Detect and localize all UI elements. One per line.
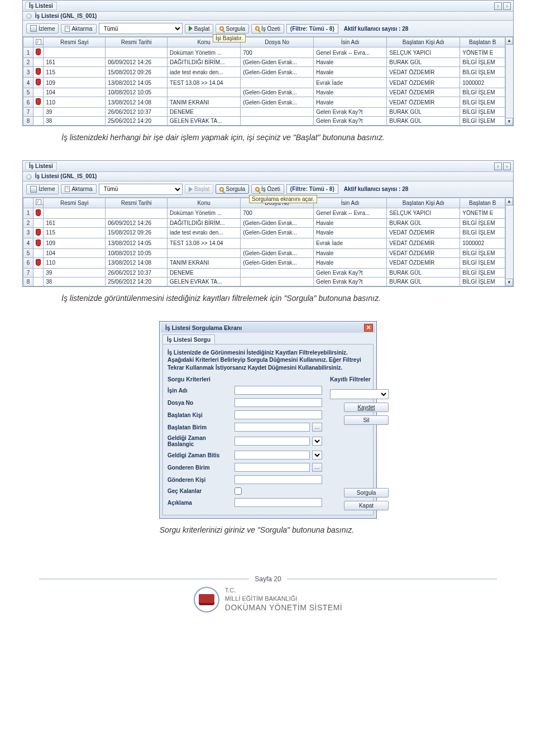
table-row[interactable]: 311515/08/2012 09:26iade test evrakı den… — [23, 67, 505, 78]
grid-cell: Genel Evrak -- Evra... — [314, 47, 387, 58]
pin-icon — [36, 209, 41, 216]
magnifier-icon — [219, 187, 224, 192]
footer-line1: T.C. — [225, 586, 342, 594]
scroll-track[interactable] — [506, 45, 513, 118]
grid-col-header[interactable]: Başlatan Kişi Adı — [387, 198, 460, 208]
dosya-no-input[interactable] — [234, 398, 322, 407]
table-row[interactable]: 410913/08/2012 14:05TEST 13.08 >> 14.04E… — [23, 238, 505, 248]
grid-cell — [241, 238, 314, 248]
baslat-button[interactable]: Başlat — [185, 24, 214, 34]
table-row[interactable]: 510410/08/2012 10:05(Gelen-Giden Evrak..… — [23, 88, 505, 97]
grid-cell: Doküman Yönetim ... — [168, 47, 241, 58]
geldigi-bitis-picker[interactable] — [312, 451, 322, 460]
table-row[interactable]: 410913/08/2012 14:05TEST 13.08 >> 14.04E… — [23, 78, 505, 88]
gec-kalanlar-checkbox[interactable] — [234, 487, 242, 495]
grid-cell: Gelen Evrak Kay?t — [314, 117, 387, 126]
aciklama-input[interactable] — [234, 498, 322, 507]
grid-col-header[interactable]: İsin Adı — [314, 37, 387, 47]
ozet-button[interactable]: İş Özeti — [251, 184, 284, 194]
dialog-tab[interactable]: İş Listesi Sorgu — [162, 334, 215, 344]
gonderen-birim-lookup-button[interactable]: … — [312, 463, 322, 472]
aktarma-button[interactable]: Aktarma — [61, 184, 96, 194]
baslatan-kisi-input[interactable] — [234, 410, 322, 419]
isin-adi-input[interactable] — [234, 386, 322, 395]
izleme-button[interactable]: İzleme — [26, 23, 59, 34]
aktarma-button[interactable]: Aktarma — [61, 24, 96, 34]
row-number: 8 — [23, 277, 34, 286]
grid-col-header[interactable] — [34, 198, 44, 208]
filter-info: (Filtre: Tümü - 8) — [286, 24, 338, 34]
grid-col-header[interactable]: Başlatan B — [460, 37, 505, 47]
geldigi-baslangic-input[interactable] — [234, 437, 310, 446]
vertical-scrollbar[interactable]: ▲ ▼ — [505, 37, 513, 126]
scroll-up-button[interactable]: ▲ — [506, 37, 513, 45]
nav-next-button[interactable]: › — [503, 2, 511, 10]
table-row[interactable]: 1Doküman Yönetim ...700Genel Evrak -- Ev… — [23, 47, 505, 58]
scroll-up-button[interactable]: ▲ — [506, 198, 513, 205]
table-row[interactable]: 216106/09/2012 14:26DAĞITILDIĞI BİRİM...… — [23, 58, 505, 67]
table-row[interactable]: 311515/08/2012 09:26iade test evrakı den… — [23, 227, 505, 238]
grid-col-header[interactable] — [23, 198, 34, 208]
grid-cell: 104 — [44, 248, 106, 257]
summary-icon — [255, 26, 260, 31]
grid-col-header[interactable]: Resmi Tarihi — [106, 198, 168, 208]
kapat-button[interactable]: Kapat — [344, 501, 389, 510]
ozet-button[interactable]: İş Özeti — [251, 24, 284, 34]
dialog-sorgula-button[interactable]: Sorgula — [344, 488, 389, 497]
scroll-down-button[interactable]: ▼ — [506, 118, 513, 126]
sil-button[interactable]: Sil — [344, 415, 389, 425]
grid-cell: 25/06/2012 14:20 — [106, 117, 168, 126]
grid-col-header[interactable]: Dosya No — [241, 37, 314, 47]
worklist-grid: Resmi SayiResmi TarihiKonuDosya Noİsin A… — [23, 198, 505, 286]
table-row[interactable]: 1Doküman Yönetim ...700Genel Evrak -- Ev… — [23, 208, 505, 218]
grid-col-header[interactable]: Resmi Tarihi — [106, 37, 168, 47]
grid-cell — [44, 47, 106, 58]
nav-prev-button[interactable]: ‹ — [494, 2, 502, 10]
grid-cell: 06/09/2012 14:26 — [106, 218, 168, 227]
izleme-button[interactable]: İzleme — [26, 184, 59, 194]
grid-col-header[interactable]: Başlatan B — [460, 198, 505, 208]
footer-line-right — [287, 578, 497, 580]
grid-host: Resmi SayiResmi TarihiKonuDosya Noİsin A… — [23, 198, 513, 286]
table-row[interactable]: 510410/08/2012 10:05(Gelen-Giden Evrak..… — [23, 248, 505, 257]
sorgula-button[interactable]: Sorgula — [216, 24, 248, 34]
grid-col-header[interactable] — [23, 37, 34, 47]
grid-cell: YÖNETİM E — [460, 47, 505, 58]
table-row[interactable]: 216106/09/2012 14:26DAĞITILDIĞI BİRİM...… — [23, 218, 505, 227]
geldigi-bitis-input[interactable] — [234, 451, 310, 460]
table-row[interactable]: 73926/06/2012 10:37DENEMEGelen Evrak Kay… — [23, 108, 505, 117]
geldigi-baslangic-picker[interactable] — [312, 437, 322, 446]
grid-cell: 13/08/2012 14:05 — [106, 78, 168, 88]
kaydet-button[interactable]: Kaydet — [344, 403, 389, 412]
table-row[interactable]: 83825/06/2012 14:20GELEN EVRAK TA...Gele… — [23, 277, 505, 286]
nav-next-button[interactable]: › — [503, 162, 511, 170]
saved-filter-select[interactable] — [330, 389, 389, 399]
filter-select[interactable]: Tümü — [99, 184, 183, 195]
baslatan-birim-input[interactable] — [234, 423, 310, 432]
vertical-scrollbar[interactable]: ▲ ▼ — [505, 198, 513, 286]
grid-col-header[interactable] — [34, 37, 44, 47]
caption-3: Sorgu kriterlerinizi giriniz ve "Sorgula… — [22, 524, 491, 536]
table-row[interactable]: 611013/08/2012 14:08TANIM EKRANI(Gelen-G… — [23, 97, 505, 108]
gonderen-kisi-input[interactable] — [234, 475, 322, 484]
scroll-down-button[interactable]: ▼ — [506, 279, 513, 286]
table-row[interactable]: 83825/06/2012 14:20GELEN EVRAK TA...Gele… — [23, 117, 505, 126]
grid-col-header[interactable]: Resmi Sayi — [44, 37, 106, 47]
baslatan-birim-label: Başlatan Birim — [168, 424, 232, 430]
table-row[interactable]: 73926/06/2012 10:37DENEMEGelen Evrak Kay… — [23, 268, 505, 277]
gonderen-birim-input[interactable] — [234, 463, 310, 472]
baslatan-birim-lookup-button[interactable]: … — [312, 423, 322, 432]
scroll-track[interactable] — [506, 205, 513, 279]
grid-col-header[interactable]: Resmi Sayi — [44, 198, 106, 208]
grid-cell: VEDAT ÖZDEMİR — [387, 248, 460, 257]
sorgula-button[interactable]: Sorgula — [216, 184, 248, 194]
dialog-close-button[interactable]: ✕ — [364, 324, 373, 332]
table-row[interactable]: 611013/08/2012 14:08TANIM EKRANI(Gelen-G… — [23, 257, 505, 268]
grid-col-header[interactable]: Başlatan Kişi Adı — [387, 37, 460, 47]
filter-select[interactable]: Tümü — [99, 23, 183, 34]
dialog-wrap: İş Listesi Sorgulama Ekranı ✕ İş Listesi… — [22, 321, 514, 519]
grid-col-header[interactable]: İsin Adı — [314, 198, 387, 208]
active-users-info: Aktif kullanıcı sayısı : 28 — [341, 25, 412, 33]
grid-col-header[interactable]: Konu — [168, 198, 241, 208]
nav-prev-button[interactable]: ‹ — [494, 162, 502, 170]
